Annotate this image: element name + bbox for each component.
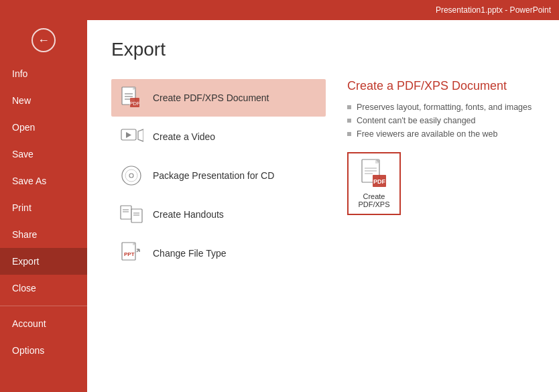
handouts-icon <box>119 202 143 226</box>
file-type-icon-svg: PPT <box>119 241 143 265</box>
title-bar: Presentation1.pptx - PowerPoint <box>0 0 559 20</box>
sidebar-item-open[interactable]: Open <box>0 114 87 141</box>
sidebar-item-print[interactable]: Print <box>0 194 87 221</box>
svg-text:PDF: PDF <box>373 178 386 185</box>
cd-icon <box>119 164 143 188</box>
detail-bullet-1: Preserves layout, formatting, fonts, and… <box>347 103 535 112</box>
svg-rect-15 <box>131 209 142 222</box>
sidebar-nav: Info New Open Save Save As Print Share E… <box>0 60 87 392</box>
detail-title: Create a PDF/XPS Document <box>347 79 535 93</box>
export-option-label-video: Create a Video <box>153 131 215 142</box>
export-option-package-cd[interactable]: Package Presentation for CD <box>111 157 326 194</box>
export-option-create-video[interactable]: Create a Video <box>111 118 326 155</box>
detail-bullet-2: Content can't be easily changed <box>347 116 535 125</box>
cd-icon-svg <box>119 164 143 188</box>
sidebar-item-info[interactable]: Info <box>0 60 87 87</box>
file-type-icon: PPT <box>119 241 143 265</box>
sidebar-item-new[interactable]: New <box>0 87 87 114</box>
pdf-icon-svg: PDF <box>119 86 143 110</box>
sidebar: ← Info New Open Save Save As Print Share… <box>0 20 87 392</box>
export-option-change-file-type[interactable]: PPT Change File Type <box>111 235 326 272</box>
back-circle: ← <box>32 28 56 52</box>
detail-bullets: Preserves layout, formatting, fonts, and… <box>347 103 535 139</box>
sidebar-bottom: Account Options <box>0 310 87 372</box>
detail-bullet-3: Free viewers are available on the web <box>347 129 535 139</box>
export-detail-panel: Create a PDF/XPS Document Preserves layo… <box>326 79 535 273</box>
pdf-button-icon-svg: PDF <box>361 159 387 188</box>
sidebar-item-save[interactable]: Save <box>0 141 87 168</box>
handouts-icon-svg <box>119 202 143 226</box>
back-button[interactable]: ← <box>0 20 87 60</box>
sidebar-item-close[interactable]: Close <box>0 275 87 302</box>
app-body: ← Info New Open Save Save As Print Share… <box>0 20 559 392</box>
pdf-icon: PDF <box>119 86 143 110</box>
video-icon <box>119 125 143 149</box>
back-icon: ← <box>38 34 50 48</box>
bullet-square-1 <box>347 105 351 109</box>
bullet-square-2 <box>347 119 351 123</box>
sidebar-item-account[interactable]: Account <box>0 310 87 337</box>
export-layout: PDF Create PDF/XPS Document Create <box>111 79 535 273</box>
svg-marker-9 <box>138 129 143 141</box>
video-icon-svg <box>119 125 143 149</box>
sidebar-item-share[interactable]: Share <box>0 221 87 248</box>
main-content: Export <box>87 20 559 392</box>
title-bar-text: Presentation1.pptx - PowerPoint <box>436 5 551 15</box>
sidebar-item-export[interactable]: Export <box>0 248 87 275</box>
export-option-create-handouts[interactable]: Create Handouts <box>111 196 326 233</box>
svg-text:PDF: PDF <box>129 101 140 107</box>
export-option-label-cd: Package Presentation for CD <box>153 170 274 181</box>
svg-point-13 <box>129 174 133 178</box>
pdf-button-icon: PDF <box>361 159 387 188</box>
page-title: Export <box>111 39 535 60</box>
export-option-label-handouts: Create Handouts <box>153 209 224 220</box>
create-pdf-button-label: CreatePDF/XPS <box>358 192 389 208</box>
export-option-label-file-type: Change File Type <box>153 248 226 259</box>
sidebar-item-save-as[interactable]: Save As <box>0 168 87 194</box>
svg-rect-14 <box>121 206 131 219</box>
export-options-panel: PDF Create PDF/XPS Document Create <box>111 79 326 273</box>
export-option-label-pdf: Create PDF/XPS Document <box>153 92 269 103</box>
export-option-create-pdf[interactable]: PDF Create PDF/XPS Document <box>111 79 326 117</box>
sidebar-item-options[interactable]: Options <box>0 337 87 364</box>
bullet-square-3 <box>347 132 351 136</box>
svg-text:PPT: PPT <box>124 251 135 257</box>
create-pdf-xps-button[interactable]: PDF CreatePDF/XPS <box>347 152 401 215</box>
